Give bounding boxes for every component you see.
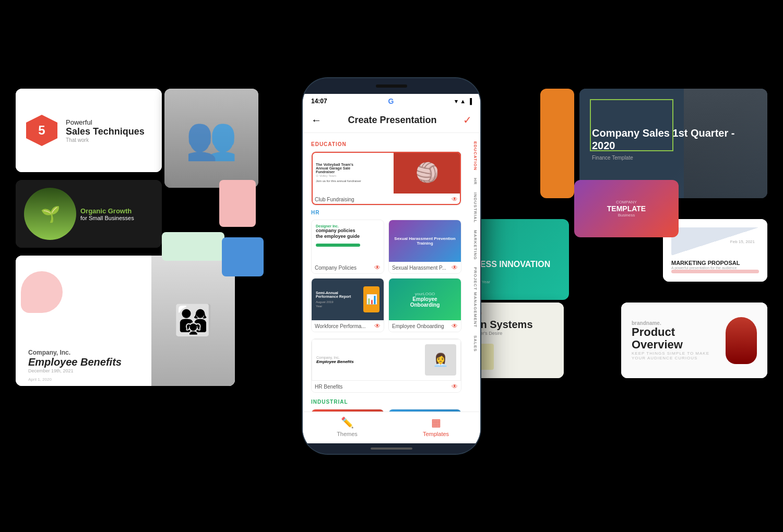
phone-device: 14:07 G ▾ ▲ ▐ ← Create Presentation ✓ ED…: [303, 78, 480, 454]
templates-icon: ▦: [431, 416, 441, 429]
template-club-fundraising[interactable]: The Volleyball Team'sAnnual Garage SaleF…: [311, 151, 461, 205]
cs-subtitle: Finance Template: [592, 155, 755, 161]
eb-decoration: [21, 271, 63, 313]
template-list[interactable]: EDUCATION The Volleyball Team'sAnnual Ga…: [303, 133, 470, 412]
sidebar-industrial[interactable]: INDUSTRIAL: [473, 189, 478, 226]
hb-title: Employee Benefits: [316, 359, 422, 364]
bg-orange-stripe: [540, 89, 574, 198]
themes-icon: ✏️: [341, 416, 354, 429]
themes-label: Themes: [337, 431, 358, 437]
bg-pink-rect: [219, 180, 256, 227]
po-title: Product Overview: [632, 326, 717, 351]
sh-title: Sexual Harassment Prevention Training: [393, 236, 457, 246]
hb-company: Company, Inc.: [316, 356, 422, 359]
template-employee-onboarding[interactable]: yourLOGO EmployeeOnboarding Employee Onb…: [388, 278, 461, 332]
cp-brand: Designer Inc.: [316, 224, 379, 228]
template-sexual-harassment[interactable]: Sexual Harassment Prevention Training Se…: [388, 220, 461, 274]
templates-label: Templates: [423, 431, 449, 437]
organic-circle: 🌱: [24, 188, 76, 240]
eb-footnote: April 1, 2020: [28, 377, 52, 382]
organic-subtitle: for Small Businesses: [80, 215, 134, 221]
tab-themes[interactable]: ✏️ Themes: [303, 416, 392, 437]
bg-card-marketing-proposal: Feb 15, 2021 MARKETING PROPOSAL A powerf…: [663, 219, 767, 282]
category-sidebar: EDUCATION HR INDUSTRIAL MARKETING PROJEC…: [470, 133, 480, 412]
battery-icon: ▐: [468, 98, 472, 104]
template-workforce[interactable]: Semi-Annual Performance Report August 20…: [311, 278, 384, 332]
bg-card-sales-techniques: 5 Powerful Sales Techniques That work: [16, 89, 162, 172]
club-team-text: ⊙ Volley Team: [316, 174, 361, 177]
bottom-tabs: ✏️ Themes ▦ Templates: [303, 412, 480, 443]
sidebar-sales[interactable]: SALES: [473, 332, 478, 355]
hb-label: HR Benefits: [315, 384, 342, 390]
phone-header: ← Create Presentation ✓: [303, 107, 480, 133]
mp-bar: [671, 270, 759, 273]
club-title-text: The Volleyball Team'sAnnual Garage SaleF…: [316, 163, 361, 174]
sidebar-hr[interactable]: HR: [473, 175, 478, 188]
club-preview-icon[interactable]: 👁: [452, 196, 458, 203]
wf-preview-icon[interactable]: 👁: [374, 322, 381, 330]
section-hr: HR: [311, 210, 461, 215]
eo-logo: yourLOGO: [410, 292, 440, 296]
sidebar-project-mgmt[interactable]: PROJECT MANAGEMENT: [473, 264, 478, 331]
tab-templates[interactable]: ▦ Templates: [392, 416, 480, 437]
sh-preview-icon[interactable]: 👁: [452, 264, 458, 271]
eo-title: EmployeeOnboarding: [410, 296, 440, 308]
eo-label: Employee Onboarding: [392, 323, 444, 329]
section-industrial: INDUSTRIAL: [311, 399, 461, 405]
wf-title: Semi-Annual Performance Report: [316, 291, 360, 298]
sales-heading: Powerful: [66, 118, 145, 126]
club-label: Club Fundraising: [315, 197, 354, 202]
bg-green-rect: [162, 232, 224, 261]
sidebar-marketing[interactable]: MARKETING: [473, 227, 478, 263]
status-time: 14:07: [311, 98, 327, 105]
bg-card-organic: 🌱 Organic Growth for Small Businesses: [16, 180, 162, 248]
club-desc-text: Join us for this annual fundraiser: [316, 179, 361, 183]
section-education: EDUCATION: [311, 141, 461, 147]
wf-date: August 2019: [316, 300, 360, 304]
sales-title: Sales Techniques: [66, 126, 145, 137]
template-industrial-2[interactable]: New ⚙: [388, 409, 461, 412]
google-icon: G: [388, 97, 394, 105]
bg-card-purple: COMPANY TEMPLATE Business: [574, 180, 679, 237]
wf-label: Workforce Performa...: [315, 323, 366, 329]
cp-subtitle: company policiesthe employee guide: [316, 228, 379, 239]
check-button[interactable]: ✓: [459, 112, 472, 128]
sales-subtitle: That work: [66, 137, 145, 143]
po-subtitle: KEEP THINGS SIMPLE TO MAKE YOUR AUDIENCE…: [632, 351, 717, 360]
wifi-icon: ▾: [455, 98, 458, 105]
cp-preview-icon[interactable]: 👁: [374, 264, 381, 271]
page-title: Create Presentation: [326, 115, 459, 126]
status-bar: 14:07 G ▾ ▲ ▐: [303, 94, 480, 107]
mp-title: MARKETING PROPOSAL: [671, 260, 759, 266]
bg-card-employee-benefits: Company, Inc. Employee Benefits December…: [16, 256, 235, 386]
organic-title: Organic Growth: [80, 207, 134, 215]
hb-preview-icon[interactable]: 👁: [452, 383, 458, 390]
template-company-policies[interactable]: Designer Inc. company policiesthe employ…: [311, 220, 384, 274]
eo-preview-icon[interactable]: 👁: [452, 322, 458, 330]
bg-card-product-overview: brandname. Product Overview KEEP THINGS …: [621, 303, 767, 378]
bg-card-people: 👥: [164, 89, 258, 188]
sh-label: Sexual Harassment P...: [392, 265, 446, 271]
sales-number-badge: 5: [26, 115, 57, 146]
po-vase-decoration: [726, 317, 757, 364]
sidebar-education[interactable]: EDUCATION: [473, 138, 478, 174]
signal-icon: ▲: [460, 98, 466, 104]
back-button[interactable]: ←: [311, 112, 326, 128]
template-hr-benefits[interactable]: Company, Inc. Employee Benefits 👩‍💼 HR B…: [311, 338, 461, 393]
cs-title: Company Sales 1st Quarter - 2020: [592, 127, 755, 152]
mp-desc: A powerful presentation for the audience: [671, 266, 759, 270]
wf-sub: Year: [316, 305, 360, 308]
cp-label: Company Policies: [315, 265, 357, 271]
bg-blue-rect: [222, 237, 264, 276]
template-industrial-1[interactable]: New 🏭: [311, 409, 384, 412]
